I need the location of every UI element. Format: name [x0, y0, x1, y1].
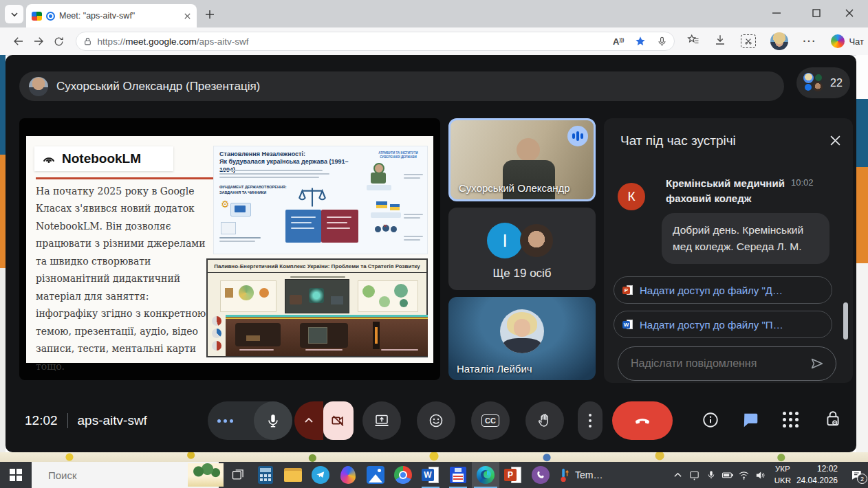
info-icon: [702, 411, 719, 429]
presentation-stage[interactable]: NotebookLM На початку 2025 року в Google…: [19, 118, 440, 380]
send-icon[interactable]: [810, 356, 825, 371]
presenter-banner-label: Сухорський Олександр (Презентація): [56, 80, 260, 93]
mic-button[interactable]: [254, 401, 292, 440]
desktop-wallpaper-strip: [0, 452, 868, 462]
favorites-hub-icon[interactable]: [687, 34, 699, 49]
meeting-details-button[interactable]: [702, 411, 719, 432]
video-tile-natalia[interactable]: Наталія Лейбич: [448, 297, 596, 380]
slide-app-title: NotebookLM: [62, 151, 141, 166]
copilot-button[interactable]: Чат: [831, 34, 864, 48]
share-file-label-2: Надати доступ до файлу "П…: [640, 319, 783, 331]
graphics-app-icon[interactable]: [334, 462, 362, 488]
start-button[interactable]: [0, 462, 32, 488]
tab-title: Meet: "aps-aitv-swf": [59, 11, 180, 21]
tray-battery-icon[interactable]: [719, 462, 736, 488]
refresh-button[interactable]: [48, 31, 68, 52]
overflow-avatar-photo: [520, 224, 553, 257]
word-app-icon[interactable]: W: [417, 462, 444, 488]
more-options-button[interactable]: [578, 401, 603, 440]
share-file-button-1[interactable]: P Надати доступ до файлу "Д…: [614, 276, 832, 304]
address-bar[interactable]: https://meet.google.com/aps-aitv-swf A))…: [76, 32, 675, 51]
tab-close-icon[interactable]: [184, 12, 191, 20]
microphone-icon: [265, 413, 281, 428]
temperature-widget-icon[interactable]: [554, 462, 574, 488]
camera-off-button[interactable]: [323, 401, 354, 440]
read-aloud-icon[interactable]: A))): [613, 36, 624, 47]
taskbar: W P: [0, 462, 868, 488]
tray-wifi-icon[interactable]: [736, 462, 752, 488]
tab-list-chevron-button[interactable]: [5, 5, 23, 23]
speaker-face: [517, 138, 540, 162]
favorite-star-icon[interactable]: [635, 36, 646, 47]
infographic1-title-line2: Як будувалася українська держава (1991–1…: [219, 158, 350, 174]
tray-clock[interactable]: 12:0224.04.2026: [796, 463, 838, 487]
reactions-button[interactable]: [417, 401, 455, 440]
url-text: https://meet.google.com/aps-aitv-swf: [98, 36, 249, 47]
raise-hand-icon: [536, 412, 553, 429]
browser-menu-icon[interactable]: ···: [803, 36, 816, 47]
audio-level-icon: [567, 126, 588, 146]
back-button[interactable]: [8, 31, 28, 52]
window-maximize-button[interactable]: [812, 8, 821, 21]
chat-input-row: [618, 346, 836, 381]
search-input[interactable]: [47, 469, 186, 482]
web-capture-icon[interactable]: [741, 34, 756, 48]
chat-panel: Чат під час зустрічі К Кремінський медич…: [604, 118, 853, 383]
chat-input[interactable]: [629, 357, 810, 370]
meet-favicon: [32, 12, 42, 21]
viber-icon[interactable]: [527, 462, 554, 488]
taskbar-search-box[interactable]: [32, 462, 219, 488]
browser-tab-bar: Meet: "aps-aitv-swf": [0, 0, 868, 27]
tray-show-hidden-icon[interactable]: [670, 462, 686, 488]
raise-hand-button[interactable]: [525, 401, 564, 440]
infographic2-title: Паливно-Енергетичний Комплекс України: П…: [208, 260, 426, 273]
telegram-icon[interactable]: [307, 462, 334, 488]
host-lock-icon: [824, 410, 842, 428]
captions-button[interactable]: CC: [471, 401, 510, 440]
participants-pill[interactable]: 22: [796, 67, 850, 98]
profile-avatar[interactable]: [770, 32, 788, 50]
chat-toggle-button[interactable]: [741, 411, 759, 432]
share-file-label-1: Надати доступ до файлу "Д…: [640, 285, 783, 296]
emoji-icon: [428, 412, 444, 429]
notification-center-button[interactable]: 2: [845, 462, 868, 488]
tray-mic-icon[interactable]: [703, 462, 719, 488]
browser-tab[interactable]: Meet: "aps-aitv-swf": [26, 4, 197, 27]
file-explorer-icon[interactable]: [279, 462, 307, 488]
new-tab-button[interactable]: [201, 5, 219, 23]
camera-options-button[interactable]: [294, 401, 323, 440]
chrome-icon[interactable]: [389, 462, 417, 488]
chat-bubble-icon: [741, 411, 759, 429]
forward-button[interactable]: [28, 31, 48, 52]
edge-app-icon[interactable]: [472, 462, 499, 488]
chat-scrollbar[interactable]: [843, 302, 848, 340]
mic-control: [208, 401, 292, 440]
host-controls-button[interactable]: [824, 410, 842, 430]
voice-search-mic-icon[interactable]: [657, 36, 667, 47]
meeting-clock: 12:02: [25, 413, 58, 428]
windows-logo-icon: [10, 469, 22, 481]
tray-volume-icon[interactable]: [752, 462, 769, 488]
present-button[interactable]: [362, 401, 401, 440]
photos-app-icon[interactable]: [362, 462, 389, 488]
video-tile-overflow[interactable]: І Ще 19 осіб: [448, 208, 596, 290]
overflow-avatar-letter: І: [487, 223, 523, 258]
activities-grid-icon[interactable]: [783, 412, 799, 428]
window-minimize-button[interactable]: [772, 8, 781, 21]
floppy-app-icon[interactable]: [444, 462, 472, 488]
temperature-widget-label[interactable]: Tem…: [575, 469, 603, 480]
downloads-icon[interactable]: [714, 34, 726, 49]
tray-language-indicator[interactable]: УКРUKR: [774, 463, 791, 486]
calculator-icon[interactable]: [252, 462, 279, 488]
window-close-button[interactable]: [845, 8, 854, 21]
mic-options-button[interactable]: [217, 401, 233, 440]
chat-sender-avatar: К: [618, 183, 645, 210]
meeting-code: aps-aitv-swf: [78, 413, 147, 428]
end-call-button[interactable]: [612, 401, 673, 440]
chat-close-icon[interactable]: [829, 135, 841, 146]
powerpoint-app-icon[interactable]: P: [499, 462, 527, 488]
share-file-button-2[interactable]: W Надати доступ до файлу "П…: [614, 311, 832, 338]
tray-cast-icon[interactable]: [686, 462, 703, 488]
video-tile-speaker[interactable]: Сухорський Олександр: [448, 118, 596, 201]
task-view-button[interactable]: [224, 462, 252, 488]
